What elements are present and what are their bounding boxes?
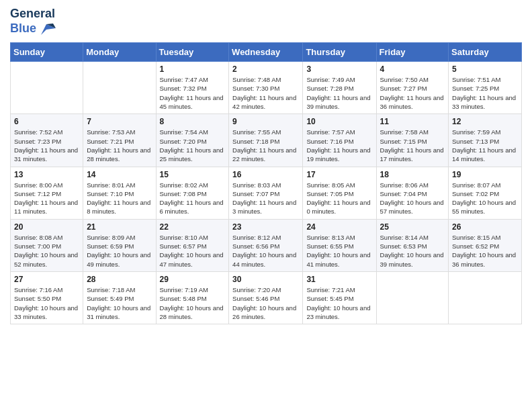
day-number: 4 xyxy=(380,64,445,74)
header-cell-wednesday: Wednesday xyxy=(229,43,303,62)
day-number: 20 xyxy=(14,222,79,232)
day-info: Sunrise: 7:20 AMSunset: 5:46 PMDaylight:… xyxy=(232,285,299,321)
day-cell: 25Sunrise: 8:14 AMSunset: 6:53 PMDayligh… xyxy=(376,219,449,271)
day-info: Sunrise: 7:47 AMSunset: 7:32 PMDaylight:… xyxy=(160,75,226,111)
day-info: Sunrise: 8:10 AMSunset: 6:57 PMDaylight:… xyxy=(160,233,226,269)
day-cell: 1Sunrise: 7:47 AMSunset: 7:32 PMDaylight… xyxy=(156,62,229,114)
day-cell: 15Sunrise: 8:02 AMSunset: 7:08 PMDayligh… xyxy=(156,167,229,219)
day-cell: 14Sunrise: 8:01 AMSunset: 7:10 PMDayligh… xyxy=(83,167,156,219)
day-info: Sunrise: 8:05 AMSunset: 7:05 PMDaylight:… xyxy=(306,181,372,216)
day-info: Sunrise: 8:08 AMSunset: 7:00 PMDaylight:… xyxy=(14,233,79,269)
day-cell xyxy=(376,271,449,324)
day-info: Sunrise: 8:02 AMSunset: 7:08 PMDaylight:… xyxy=(160,181,226,216)
day-number: 2 xyxy=(232,64,299,74)
day-number: 16 xyxy=(232,170,299,179)
day-cell: 17Sunrise: 8:05 AMSunset: 7:05 PMDayligh… xyxy=(303,167,376,219)
day-info: Sunrise: 7:21 AMSunset: 5:45 PMDaylight:… xyxy=(306,285,372,321)
day-info: Sunrise: 7:54 AMSunset: 7:20 PMDaylight:… xyxy=(160,128,226,163)
day-number: 11 xyxy=(380,117,445,126)
day-info: Sunrise: 7:59 AMSunset: 7:13 PMDaylight:… xyxy=(452,128,518,163)
day-number: 19 xyxy=(452,170,518,179)
day-info: Sunrise: 8:09 AMSunset: 6:59 PMDaylight:… xyxy=(87,233,152,269)
day-cell: 28Sunrise: 7:18 AMSunset: 5:49 PMDayligh… xyxy=(83,271,156,324)
day-number: 8 xyxy=(160,117,226,126)
week-row-4: 20Sunrise: 8:08 AMSunset: 7:00 PMDayligh… xyxy=(11,219,522,271)
day-number: 7 xyxy=(87,117,152,126)
day-cell: 3Sunrise: 7:49 AMSunset: 7:28 PMDaylight… xyxy=(303,62,376,114)
day-cell: 18Sunrise: 8:06 AMSunset: 7:04 PMDayligh… xyxy=(376,167,449,219)
day-info: Sunrise: 8:01 AMSunset: 7:10 PMDaylight:… xyxy=(87,181,152,216)
header-cell-saturday: Saturday xyxy=(449,43,522,62)
week-row-2: 6Sunrise: 7:52 AMSunset: 7:23 PMDaylight… xyxy=(11,114,522,167)
logo-bird-icon xyxy=(41,23,56,35)
day-info: Sunrise: 8:14 AMSunset: 6:53 PMDaylight:… xyxy=(380,233,445,269)
day-number: 1 xyxy=(160,64,226,74)
day-number: 15 xyxy=(160,170,226,179)
day-number: 6 xyxy=(14,117,79,126)
day-info: Sunrise: 7:53 AMSunset: 7:21 PMDaylight:… xyxy=(87,128,152,163)
day-info: Sunrise: 7:51 AMSunset: 7:25 PMDaylight:… xyxy=(452,75,518,111)
header-cell-thursday: Thursday xyxy=(303,43,376,62)
day-number: 14 xyxy=(87,170,152,179)
day-cell: 7Sunrise: 7:53 AMSunset: 7:21 PMDaylight… xyxy=(83,114,156,167)
calendar-table: SundayMondayTuesdayWednesdayThursdayFrid… xyxy=(10,42,522,324)
day-info: Sunrise: 7:16 AMSunset: 5:50 PMDaylight:… xyxy=(14,285,79,321)
day-info: Sunrise: 7:49 AMSunset: 7:28 PMDaylight:… xyxy=(306,75,372,111)
day-number: 26 xyxy=(452,222,518,232)
day-number: 24 xyxy=(306,222,372,232)
day-cell: 12Sunrise: 7:59 AMSunset: 7:13 PMDayligh… xyxy=(449,114,522,167)
day-number: 12 xyxy=(452,117,518,126)
calendar-header: SundayMondayTuesdayWednesdayThursdayFrid… xyxy=(11,43,522,62)
day-cell: 29Sunrise: 7:19 AMSunset: 5:48 PMDayligh… xyxy=(156,271,229,324)
day-info: Sunrise: 8:00 AMSunset: 7:12 PMDaylight:… xyxy=(14,181,79,216)
day-number: 25 xyxy=(380,222,445,232)
header-cell-friday: Friday xyxy=(376,43,449,62)
day-number: 21 xyxy=(87,222,152,232)
day-cell xyxy=(449,271,522,324)
day-number: 28 xyxy=(87,275,152,284)
day-info: Sunrise: 8:07 AMSunset: 7:02 PMDaylight:… xyxy=(452,181,518,216)
day-info: Sunrise: 7:52 AMSunset: 7:23 PMDaylight:… xyxy=(14,128,79,163)
day-cell: 19Sunrise: 8:07 AMSunset: 7:02 PMDayligh… xyxy=(449,167,522,219)
day-number: 18 xyxy=(380,170,445,179)
day-number: 10 xyxy=(306,117,372,126)
day-cell: 10Sunrise: 7:57 AMSunset: 7:16 PMDayligh… xyxy=(303,114,376,167)
day-info: Sunrise: 8:15 AMSunset: 6:52 PMDaylight:… xyxy=(452,233,518,269)
day-info: Sunrise: 8:13 AMSunset: 6:55 PMDaylight:… xyxy=(306,233,372,269)
header: GeneralBlue xyxy=(10,7,522,36)
week-row-5: 27Sunrise: 7:16 AMSunset: 5:50 PMDayligh… xyxy=(11,271,522,324)
day-cell: 31Sunrise: 7:21 AMSunset: 5:45 PMDayligh… xyxy=(303,271,376,324)
day-info: Sunrise: 7:55 AMSunset: 7:18 PMDaylight:… xyxy=(232,128,299,163)
day-cell: 9Sunrise: 7:55 AMSunset: 7:18 PMDaylight… xyxy=(229,114,303,167)
day-cell: 6Sunrise: 7:52 AMSunset: 7:23 PMDaylight… xyxy=(11,114,83,167)
day-info: Sunrise: 7:18 AMSunset: 5:49 PMDaylight:… xyxy=(87,285,152,321)
calendar-container: GeneralBlue SundayMondayTuesdayWednesday… xyxy=(0,0,532,334)
day-cell: 23Sunrise: 8:12 AMSunset: 6:56 PMDayligh… xyxy=(229,219,303,271)
day-info: Sunrise: 7:58 AMSunset: 7:15 PMDaylight:… xyxy=(380,128,445,163)
day-cell: 5Sunrise: 7:51 AMSunset: 7:25 PMDaylight… xyxy=(449,62,522,114)
day-cell: 22Sunrise: 8:10 AMSunset: 6:57 PMDayligh… xyxy=(156,219,229,271)
day-cell xyxy=(83,62,156,114)
day-number: 13 xyxy=(14,170,79,179)
day-number: 22 xyxy=(160,222,226,232)
day-number: 27 xyxy=(14,275,79,284)
logo-text: GeneralBlue xyxy=(10,7,56,36)
day-number: 23 xyxy=(232,222,299,232)
logo: GeneralBlue xyxy=(10,7,56,36)
day-number: 31 xyxy=(306,275,372,284)
day-cell: 8Sunrise: 7:54 AMSunset: 7:20 PMDaylight… xyxy=(156,114,229,167)
day-info: Sunrise: 8:03 AMSunset: 7:07 PMDaylight:… xyxy=(232,181,299,216)
day-number: 29 xyxy=(160,275,226,284)
day-number: 9 xyxy=(232,117,299,126)
day-info: Sunrise: 7:48 AMSunset: 7:30 PMDaylight:… xyxy=(232,75,299,111)
week-row-3: 13Sunrise: 8:00 AMSunset: 7:12 PMDayligh… xyxy=(11,167,522,219)
day-number: 30 xyxy=(232,275,299,284)
day-cell: 24Sunrise: 8:13 AMSunset: 6:55 PMDayligh… xyxy=(303,219,376,271)
day-info: Sunrise: 7:50 AMSunset: 7:27 PMDaylight:… xyxy=(380,75,445,111)
day-cell: 26Sunrise: 8:15 AMSunset: 6:52 PMDayligh… xyxy=(449,219,522,271)
header-row: SundayMondayTuesdayWednesdayThursdayFrid… xyxy=(11,43,522,62)
header-cell-monday: Monday xyxy=(83,43,156,62)
calendar-body: 1Sunrise: 7:47 AMSunset: 7:32 PMDaylight… xyxy=(11,62,522,324)
day-cell: 21Sunrise: 8:09 AMSunset: 6:59 PMDayligh… xyxy=(83,219,156,271)
day-info: Sunrise: 8:06 AMSunset: 7:04 PMDaylight:… xyxy=(380,181,445,216)
